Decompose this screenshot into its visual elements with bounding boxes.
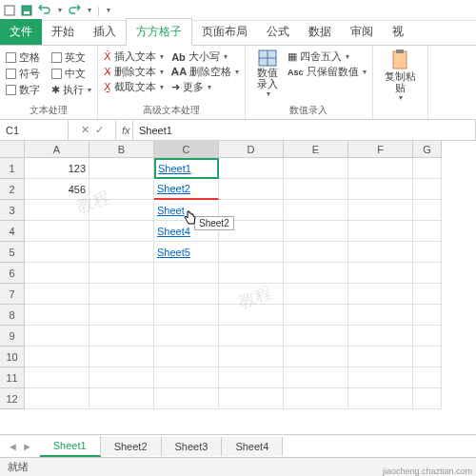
cell[interactable] <box>25 200 89 221</box>
tab-home[interactable]: 开始 <box>42 19 84 45</box>
cell[interactable] <box>413 158 442 179</box>
row-header[interactable]: 10 <box>0 347 25 367</box>
name-box[interactable]: C1 <box>0 120 69 140</box>
tab-ffgz[interactable]: 方方格子 <box>126 18 192 46</box>
cell-active[interactable]: Sheet1 <box>154 158 219 179</box>
cell[interactable]: Sheet5 <box>154 242 219 263</box>
checkbox-english[interactable] <box>51 52 62 63</box>
row-header[interactable]: 12 <box>0 388 25 409</box>
copy-paste-button[interactable]: 复制粘 贴▾ <box>379 50 422 102</box>
cell[interactable] <box>89 284 154 305</box>
col-header[interactable]: E <box>284 141 348 158</box>
cell[interactable] <box>348 388 413 409</box>
cell[interactable] <box>413 326 442 347</box>
col-header[interactable]: B <box>89 141 154 158</box>
cell[interactable] <box>89 347 154 367</box>
col-header[interactable]: A <box>25 141 89 158</box>
sheet-tab[interactable]: Sheet4 <box>222 437 283 456</box>
cell[interactable] <box>284 179 348 200</box>
cell[interactable]: 456 <box>25 179 89 200</box>
fx-icon[interactable]: fx <box>116 120 133 140</box>
row-header[interactable]: 1 <box>0 158 25 179</box>
redo-icon[interactable] <box>68 5 81 16</box>
row-header[interactable]: 8 <box>0 305 25 326</box>
cell[interactable] <box>219 326 284 347</box>
cell[interactable] <box>89 242 154 263</box>
cancel-icon[interactable]: ✕ <box>81 124 89 136</box>
qat-customize[interactable]: ▾ <box>107 6 110 14</box>
cell[interactable] <box>219 284 284 305</box>
confirm-icon[interactable]: ✓ <box>95 124 104 136</box>
cell[interactable] <box>284 200 348 221</box>
tab-file[interactable]: 文件 <box>0 19 42 45</box>
capture-text-button[interactable]: X̱截取文本▾ <box>104 80 164 94</box>
cell[interactable] <box>219 347 284 367</box>
cell[interactable] <box>284 347 348 367</box>
undo-dropdown[interactable]: ▾ <box>58 6 62 14</box>
cell[interactable] <box>413 367 442 388</box>
row-header[interactable]: 7 <box>0 284 25 305</box>
cell[interactable] <box>219 179 284 200</box>
cell[interactable] <box>154 284 219 305</box>
col-header[interactable]: C <box>154 141 219 158</box>
cell[interactable] <box>413 347 442 367</box>
row-header[interactable]: 11 <box>0 367 25 388</box>
cell[interactable] <box>413 305 442 326</box>
row-header[interactable]: 2 <box>0 179 25 200</box>
row-header[interactable]: 4 <box>0 221 25 242</box>
cell[interactable] <box>219 158 284 179</box>
insert-text-button[interactable]: X̂插入文本▾ <box>104 50 164 64</box>
cell[interactable] <box>154 347 219 367</box>
execute-button[interactable]: 执行 <box>63 83 84 97</box>
cell[interactable] <box>219 242 284 263</box>
cell[interactable] <box>89 305 154 326</box>
tab-formula[interactable]: 公式 <box>257 19 299 45</box>
checkbox-chinese[interactable] <box>51 69 62 79</box>
cell[interactable] <box>25 221 89 242</box>
cell[interactable] <box>219 388 284 409</box>
cell[interactable] <box>348 221 413 242</box>
cell[interactable] <box>348 284 413 305</box>
cell[interactable] <box>219 305 284 326</box>
sheet-tab[interactable]: Sheet1 <box>40 436 101 457</box>
cell[interactable] <box>89 326 154 347</box>
cell[interactable] <box>413 179 442 200</box>
row-header[interactable]: 9 <box>0 326 25 347</box>
redo-dropdown[interactable]: ▾ <box>88 6 91 14</box>
checkbox-number[interactable] <box>6 85 16 95</box>
cell[interactable] <box>154 326 219 347</box>
sheet-tab[interactable]: Sheet3 <box>162 437 223 456</box>
cell[interactable] <box>284 284 348 305</box>
cell[interactable] <box>348 179 413 200</box>
cell[interactable] <box>413 388 442 409</box>
cell[interactable] <box>348 200 413 221</box>
cell[interactable] <box>348 326 413 347</box>
tab-nav-prev-icon[interactable]: ◄ <box>8 441 18 452</box>
tab-review[interactable]: 审阅 <box>341 19 383 45</box>
cell[interactable] <box>413 284 442 305</box>
cell[interactable] <box>154 388 219 409</box>
number-entry-button[interactable]: 数值 录入▾ <box>251 50 284 98</box>
cell[interactable] <box>348 242 413 263</box>
cell[interactable] <box>25 242 89 263</box>
sheet-tab[interactable]: Sheet2 <box>101 437 162 456</box>
row-header[interactable]: 3 <box>0 200 25 221</box>
cell[interactable]: 123 <box>25 158 89 179</box>
more-button[interactable]: ➜更多▾ <box>171 80 239 94</box>
cell[interactable] <box>154 367 219 388</box>
tab-layout[interactable]: 页面布局 <box>192 19 257 45</box>
cell[interactable] <box>413 242 442 263</box>
cell[interactable] <box>219 367 284 388</box>
tab-data[interactable]: 数据 <box>299 19 341 45</box>
tab-nav-next-icon[interactable]: ► <box>22 441 32 452</box>
cell[interactable] <box>284 367 348 388</box>
cell[interactable] <box>89 367 154 388</box>
cell[interactable] <box>25 326 89 347</box>
cell[interactable] <box>25 305 89 326</box>
cell[interactable] <box>348 263 413 284</box>
border-icon[interactable] <box>4 5 15 16</box>
cell[interactable] <box>89 179 154 200</box>
row-header[interactable]: 5 <box>0 242 25 263</box>
row-header[interactable]: 6 <box>0 263 25 284</box>
cell[interactable] <box>219 263 284 284</box>
